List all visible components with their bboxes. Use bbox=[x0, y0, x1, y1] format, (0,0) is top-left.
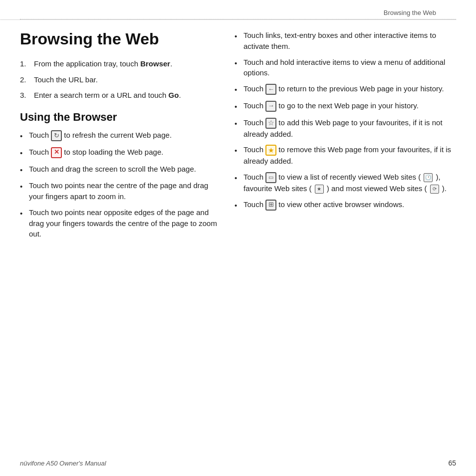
list-item: • Touch ↻ to refresh the current Web pag… bbox=[20, 130, 220, 142]
list-text: Touch links, text-entry boxes and other … bbox=[243, 30, 456, 52]
section-title: Using the Browser bbox=[20, 111, 220, 124]
bookmark-icon: ▭ bbox=[265, 172, 276, 183]
list-number: 1. bbox=[20, 58, 34, 69]
bullet-dot: • bbox=[235, 200, 243, 211]
list-item: 1. From the application tray, touch Brow… bbox=[20, 58, 220, 69]
content-area: Browsing the Web 1. From the application… bbox=[20, 25, 456, 456]
list-text: Touch and drag the screen to scroll the … bbox=[29, 164, 196, 175]
list-text: Touch two points near the centre of the … bbox=[29, 180, 220, 202]
go-bold: Go bbox=[169, 91, 179, 99]
browser-bold: Browser bbox=[140, 59, 170, 68]
list-text: Touch two points near opposite edges of … bbox=[29, 207, 220, 239]
bullet-dot: • bbox=[235, 118, 243, 129]
page-title: Browsing the Web bbox=[20, 30, 220, 48]
list-text: From the application tray, touch Browser… bbox=[34, 58, 172, 69]
fav-icon: ★ bbox=[315, 185, 324, 194]
bullet-dot: • bbox=[20, 131, 29, 142]
header-divider bbox=[20, 19, 456, 19]
numbered-list: 1. From the application tray, touch Brow… bbox=[20, 58, 220, 101]
list-text: Touch the URL bar. bbox=[34, 74, 98, 85]
bullet-dot: • bbox=[235, 84, 243, 95]
star-filled-icon: ★ bbox=[265, 145, 276, 156]
grid-icon: ⊞ bbox=[265, 200, 276, 211]
list-item: • Touch ⊞ to view other active browser w… bbox=[235, 199, 456, 211]
list-text: Touch ⊞ to view other active browser win… bbox=[243, 199, 404, 211]
list-text: Touch ★ to remove this Web page from you… bbox=[243, 144, 456, 167]
bullet-dot: • bbox=[235, 58, 243, 69]
list-number: 2. bbox=[20, 74, 34, 85]
list-item: • Touch ☆ to add this Web page to your f… bbox=[235, 117, 456, 140]
page-number: 65 bbox=[448, 459, 456, 467]
list-text: Touch and hold interactive items to view… bbox=[243, 57, 456, 79]
list-item: • Touch ✕ to stop loading the Web page. bbox=[20, 147, 220, 159]
bullet-dot: • bbox=[235, 101, 243, 112]
mostviewed-icon: ⟳ bbox=[430, 185, 439, 194]
list-item: • Touch ← to return to the previous Web … bbox=[235, 83, 456, 95]
list-text: Enter a search term or a URL and touch G… bbox=[34, 90, 181, 101]
bullet-dot: • bbox=[235, 173, 243, 184]
list-text: Touch ▭ to view a list of recently viewe… bbox=[243, 172, 456, 194]
list-item: • Touch → to go to the next Web page in … bbox=[235, 100, 456, 112]
list-text: Touch ← to return to the previous Web pa… bbox=[243, 83, 444, 95]
list-number: 3. bbox=[20, 90, 34, 101]
list-item: • Touch and drag the screen to scroll th… bbox=[20, 164, 220, 176]
bullet-dot: • bbox=[20, 208, 29, 219]
bullet-dot: • bbox=[235, 31, 243, 42]
bullet-dot: • bbox=[235, 145, 243, 156]
bullet-dot: • bbox=[20, 165, 29, 176]
page-header: Browsing the Web bbox=[0, 9, 456, 20]
list-text: Touch ✕ to stop loading the Web page. bbox=[29, 147, 163, 158]
star-outline-icon: ☆ bbox=[265, 118, 276, 129]
list-item: • Touch links, text-entry boxes and othe… bbox=[235, 30, 456, 52]
manual-title: nüvifone A50 Owner's Manual bbox=[20, 460, 106, 467]
page-footer: nüvifone A50 Owner's Manual 65 bbox=[20, 459, 456, 467]
list-item: 2. Touch the URL bar. bbox=[20, 74, 220, 85]
list-text: Touch → to go to the next Web page in yo… bbox=[243, 100, 419, 112]
bullet-dot: • bbox=[20, 148, 29, 159]
left-bullet-list: • Touch ↻ to refresh the current Web pag… bbox=[20, 130, 220, 239]
list-item: • Touch and hold interactive items to vi… bbox=[235, 57, 456, 79]
back-icon: ← bbox=[265, 84, 276, 95]
stop-icon: ✕ bbox=[51, 147, 62, 158]
forward-icon: → bbox=[265, 101, 276, 112]
refresh-icon: ↻ bbox=[51, 130, 62, 141]
right-column: • Touch links, text-entry boxes and othe… bbox=[235, 25, 456, 456]
list-item: • Touch two points near opposite edges o… bbox=[20, 207, 220, 239]
right-bullet-list: • Touch links, text-entry boxes and othe… bbox=[235, 30, 456, 211]
bullet-dot: • bbox=[20, 181, 29, 192]
header-title: Browsing the Web bbox=[384, 9, 436, 16]
list-item: 3. Enter a search term or a URL and touc… bbox=[20, 90, 220, 101]
left-column: Browsing the Web 1. From the application… bbox=[20, 25, 220, 456]
recent-icon: 🕐 bbox=[424, 173, 433, 182]
list-text: Touch ☆ to add this Web page to your fav… bbox=[243, 117, 456, 140]
list-item: • Touch ★ to remove this Web page from y… bbox=[235, 144, 456, 167]
list-text: Touch ↻ to refresh the current Web page. bbox=[29, 130, 172, 141]
list-item: • Touch ▭ to view a list of recently vie… bbox=[235, 172, 456, 194]
list-item: • Touch two points near the centre of th… bbox=[20, 180, 220, 202]
